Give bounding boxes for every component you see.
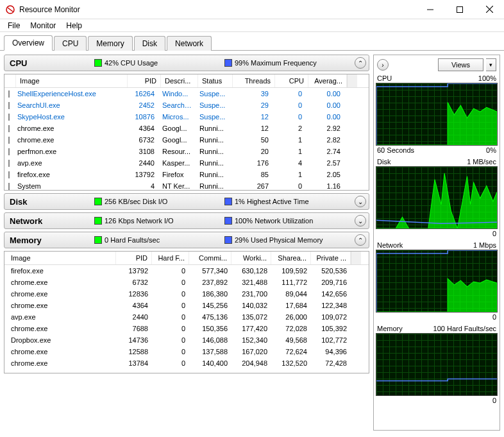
col-desc[interactable]: Descri... — [161, 74, 198, 87]
table-row[interactable]: chrome.exe125880137,588167,02072,62494,3… — [4, 346, 369, 357]
row-checkbox[interactable] — [4, 90, 13, 98]
maximize-button[interactable] — [445, 0, 475, 19]
cell-work: 231,700 — [231, 289, 271, 298]
col-image[interactable]: Image — [16, 74, 128, 87]
table-row[interactable]: chrome.exe128360186,380231,70089,044142,… — [4, 288, 369, 300]
cell-pid: 2440 — [125, 159, 158, 167]
cell-pid: 13792 — [116, 266, 152, 275]
col-threads[interactable]: Threads — [233, 74, 275, 87]
cell-hf: 0 — [152, 301, 189, 310]
memory-section-header[interactable]: Memory 0 Hard Faults/sec 29% Used Physic… — [4, 232, 369, 248]
close-button[interactable] — [475, 0, 504, 19]
memory-collapse-button[interactable]: ⌃ — [355, 234, 366, 246]
disk-expand-button[interactable]: ⌄ — [355, 196, 366, 207]
table-row[interactable]: perfmon.exe3108Resour...Runni...2012.74 — [4, 146, 369, 157]
tab-overview[interactable]: Overview — [4, 35, 53, 51]
chart-max: 1 Mbps — [473, 241, 496, 249]
cpu-scrollbar[interactable] — [347, 74, 357, 87]
col-private[interactable]: Private ... — [311, 252, 351, 264]
cell-share: 49,568 — [271, 336, 311, 345]
network-expand-button[interactable]: ⌄ — [355, 215, 366, 227]
cell-image: chrome.exe — [4, 278, 116, 287]
col-pid[interactable]: PID — [116, 252, 152, 264]
memory-scrollbar[interactable] — [351, 252, 361, 264]
cell-avg: 2.82 — [306, 135, 344, 144]
row-checkbox[interactable] — [4, 101, 13, 110]
chart-block: CPU100%60 Seconds0% — [376, 74, 498, 155]
cell-commit: 140,400 — [189, 359, 231, 368]
cell-status: Runni... — [196, 124, 230, 133]
svg-rect-2 — [457, 6, 463, 12]
col-hardfaults[interactable]: Hard F... — [152, 252, 189, 264]
green-square-icon — [94, 217, 102, 225]
right-collapse-button[interactable]: › — [377, 59, 389, 71]
tab-disk[interactable]: Disk — [134, 36, 165, 51]
cpu-stat2: 99% Maximum Frequency — [235, 59, 317, 67]
row-checkbox[interactable] — [4, 159, 13, 167]
table-row[interactable]: chrome.exe137840140,400204,948132,52072,… — [4, 357, 369, 369]
menu-help[interactable]: Help — [61, 20, 87, 31]
cell-priv: 94,396 — [311, 347, 351, 356]
cell-status: Runni... — [196, 182, 230, 190]
cell-share: 132,520 — [271, 359, 311, 368]
table-row[interactable]: chrome.exe76880150,356177,42072,028105,3… — [4, 323, 369, 334]
cell-cpu: 1 — [273, 170, 306, 179]
cpu-collapse-button[interactable]: ⌃ — [355, 57, 366, 69]
views-dropdown-button[interactable]: ▾ — [486, 58, 496, 71]
titlebar: Resource Monitor — [0, 0, 504, 19]
cell-cpu: 1 — [273, 147, 306, 156]
table-row[interactable]: chrome.exe4364Googl...Runni...1222.92 — [4, 123, 369, 134]
cell-threads: 85 — [230, 170, 273, 179]
table-row[interactable]: firefox.exe13792FirefoxRunni...8512.05 — [4, 169, 369, 180]
cell-share: 26,000 — [271, 313, 311, 321]
cell-image: chrome.exe — [13, 124, 125, 133]
col-commit[interactable]: Commi... — [189, 252, 231, 264]
cell-cpu: 0 — [273, 89, 306, 98]
row-checkbox[interactable] — [4, 171, 13, 179]
table-row[interactable]: firefox.exe137920577,340630,128109,59252… — [4, 265, 369, 277]
row-checkbox[interactable] — [4, 113, 13, 121]
table-row[interactable]: SearchUI.exe2452Search ...Suspe...2900.0… — [4, 99, 369, 111]
cell-status: Runni... — [196, 135, 230, 144]
cpu-section-header[interactable]: CPU 42% CPU Usage 99% Maximum Frequency … — [4, 55, 369, 71]
blue-square-icon — [224, 198, 232, 205]
table-row[interactable]: chrome.exe6732Googl...Runni...5012.82 — [4, 134, 369, 146]
cell-image: chrome.exe — [13, 135, 125, 144]
views-button[interactable]: Views — [438, 58, 483, 71]
col-shareable[interactable]: Sharea... — [271, 252, 311, 264]
chart-title: CPU — [377, 74, 392, 82]
cell-pid: 4 — [125, 182, 158, 190]
table-row[interactable]: avp.exe2440Kasper...Runni...17642.57 — [4, 157, 369, 169]
col-image[interactable]: Image — [4, 252, 116, 264]
col-status[interactable]: Status — [198, 74, 233, 87]
row-checkbox[interactable] — [4, 124, 13, 133]
cell-priv: 109,072 — [311, 313, 351, 321]
table-row[interactable]: ShellExperienceHost.exe16264Windo...Susp… — [4, 88, 369, 99]
table-row[interactable]: avp.exe24400475,136135,07226,000109,072 — [4, 311, 369, 323]
col-pid[interactable]: PID — [128, 74, 161, 87]
tab-network[interactable]: Network — [167, 36, 212, 51]
minimize-button[interactable] — [416, 0, 445, 19]
table-row[interactable]: System4NT Ker...Runni...26701.16 — [4, 180, 369, 190]
table-row[interactable]: chrome.exe43640145,256140,03217,684122,3… — [4, 300, 369, 311]
col-working[interactable]: Worki... — [231, 252, 271, 264]
col-avg[interactable]: Averag... — [308, 74, 347, 87]
cell-pid: 14736 — [116, 336, 152, 345]
table-row[interactable]: SkypeHost.exe10876Micros...Suspe...1200.… — [4, 111, 369, 123]
cell-status: Runni... — [196, 147, 230, 156]
row-checkbox[interactable] — [4, 182, 13, 191]
row-checkbox[interactable] — [4, 148, 13, 156]
table-row[interactable]: chrome.exe67320237,892321,488111,772209,… — [4, 277, 369, 288]
col-cpu[interactable]: CPU — [275, 74, 308, 87]
network-section-header[interactable]: Network 126 Kbps Network I/O 100% Networ… — [4, 212, 369, 229]
tab-cpu[interactable]: CPU — [54, 36, 87, 51]
green-square-icon — [94, 198, 102, 205]
disk-section-header[interactable]: Disk 256 KB/sec Disk I/O 1% Highest Acti… — [4, 193, 369, 210]
table-row[interactable]: Dropbox.exe147360146,088152,34049,568102… — [4, 334, 369, 346]
chart-disk — [376, 166, 498, 229]
tab-memory[interactable]: Memory — [88, 36, 132, 51]
row-checkbox[interactable] — [4, 136, 13, 144]
menu-monitor[interactable]: Monitor — [25, 20, 61, 31]
cell-priv: 122,348 — [311, 301, 351, 310]
menu-file[interactable]: File — [3, 20, 25, 31]
